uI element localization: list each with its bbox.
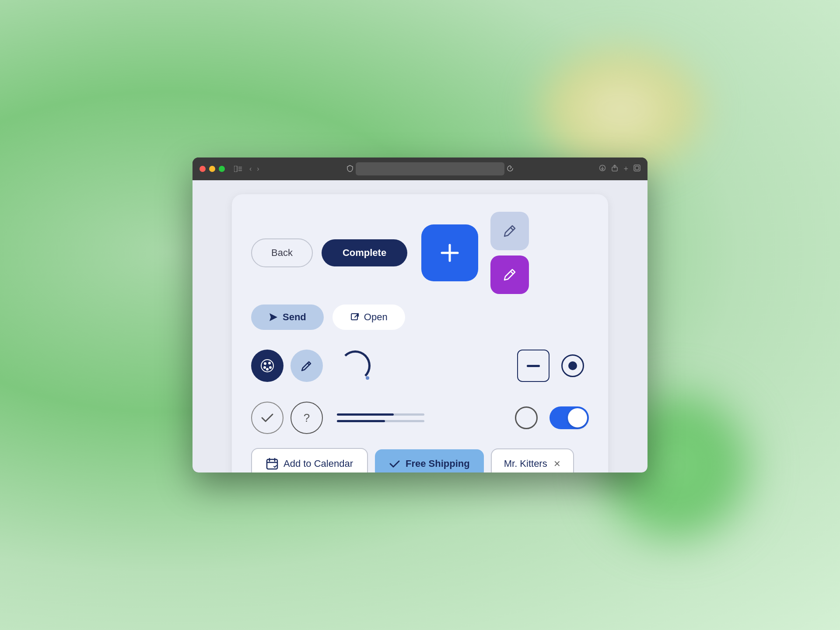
refresh-icon[interactable]	[507, 165, 513, 173]
free-shipping-label: Free Shipping	[406, 458, 470, 469]
pencil-purple-icon	[503, 268, 517, 282]
svg-point-16	[264, 362, 266, 365]
radio-on-icon	[561, 354, 584, 377]
slider-track-1[interactable]	[337, 413, 424, 416]
radio-on-button[interactable]	[556, 350, 589, 382]
sidebar-toggle-icon[interactable]	[234, 164, 242, 173]
browser-actions: +	[599, 164, 640, 174]
svg-marker-13	[270, 313, 277, 321]
pencil-light-icon	[503, 224, 517, 238]
row-chips: Add to Calendar Free Shipping Mr. Kitter…	[251, 448, 589, 472]
maximize-traffic-light[interactable]	[219, 166, 225, 172]
back-button[interactable]: Back	[251, 238, 313, 267]
add-to-calendar-button[interactable]: Add to Calendar	[251, 448, 368, 472]
svg-line-12	[511, 271, 513, 274]
row-icons-1	[251, 344, 589, 388]
open-button[interactable]: Open	[332, 304, 405, 330]
shield-icon	[347, 165, 353, 173]
back-nav-button[interactable]: ‹	[248, 164, 253, 174]
download-icon[interactable]	[599, 164, 606, 174]
browser-window: ‹ ›	[192, 158, 648, 472]
svg-line-11	[511, 228, 513, 230]
minimize-traffic-light[interactable]	[209, 166, 215, 172]
palette-button[interactable]	[251, 350, 284, 382]
send-icon	[269, 312, 278, 322]
help-button[interactable]: ?	[290, 402, 323, 434]
browser-content: Back Complete	[192, 180, 648, 472]
nav-buttons: ‹ ›	[248, 164, 261, 174]
browser-chrome: ‹ ›	[192, 158, 648, 180]
svg-point-18	[269, 366, 272, 369]
toggle-knob	[568, 408, 587, 427]
calendar-icon	[266, 458, 278, 470]
slider-fill-1	[337, 413, 394, 416]
check-icon	[261, 413, 274, 423]
svg-point-20	[266, 368, 269, 371]
address-input[interactable]	[356, 162, 504, 175]
forward-nav-button[interactable]: ›	[255, 164, 261, 174]
share-icon[interactable]	[611, 164, 618, 174]
address-bar-container	[266, 162, 594, 175]
svg-rect-0	[234, 166, 237, 172]
spinner-dot	[366, 376, 369, 380]
check-button[interactable]	[251, 402, 284, 434]
edit-purple-button[interactable]	[490, 256, 529, 294]
close-traffic-light[interactable]	[200, 166, 206, 172]
pencil-circle-icon	[299, 358, 314, 373]
send-label: Send	[283, 312, 306, 323]
svg-point-17	[268, 362, 271, 364]
radio-inner-dot	[568, 361, 577, 370]
radio-off-button[interactable]	[510, 402, 542, 434]
add-to-calendar-label: Add to Calendar	[284, 458, 353, 469]
mr-kitters-label: Mr. Kitters	[504, 458, 547, 469]
palette-icon	[259, 358, 275, 374]
slider-fill-2	[337, 420, 385, 422]
question-mark-label: ?	[304, 411, 310, 425]
toggle-button[interactable]	[550, 406, 589, 429]
svg-rect-8	[635, 166, 639, 170]
external-link-icon	[350, 312, 360, 322]
svg-line-21	[308, 363, 309, 365]
row-buttons-primary: Back Complete	[251, 212, 589, 294]
complete-button[interactable]: Complete	[322, 239, 407, 266]
svg-rect-14	[351, 314, 357, 320]
mr-kitters-button[interactable]: Mr. Kitters ✕	[491, 448, 574, 472]
free-shipping-button[interactable]: Free Shipping	[375, 449, 484, 472]
svg-rect-7	[634, 165, 640, 171]
slider-container	[337, 405, 424, 431]
edit-circle-button[interactable]	[290, 350, 323, 382]
traffic-lights	[200, 166, 225, 172]
minus-button[interactable]	[517, 350, 550, 382]
edit-buttons-col	[490, 212, 529, 294]
radio-off-icon	[515, 406, 538, 429]
open-label: Open	[364, 312, 388, 323]
fab-plus-button[interactable]	[421, 224, 478, 281]
minus-icon	[527, 365, 540, 367]
plus-icon	[438, 242, 461, 264]
svg-rect-22	[267, 459, 277, 469]
main-card: Back Complete	[232, 194, 608, 472]
checkmark-icon	[389, 458, 400, 469]
spinner-container	[333, 344, 377, 388]
send-button[interactable]: Send	[251, 304, 324, 330]
close-icon[interactable]: ✕	[553, 458, 561, 469]
tabs-icon[interactable]	[634, 164, 640, 174]
row-icons-2: ?	[251, 402, 589, 434]
edit-light-button[interactable]	[490, 212, 529, 250]
slider-track-2[interactable]	[337, 420, 424, 422]
row-send-open: Send Open	[251, 304, 589, 330]
svg-point-19	[263, 366, 266, 369]
new-tab-icon[interactable]: +	[623, 164, 628, 174]
